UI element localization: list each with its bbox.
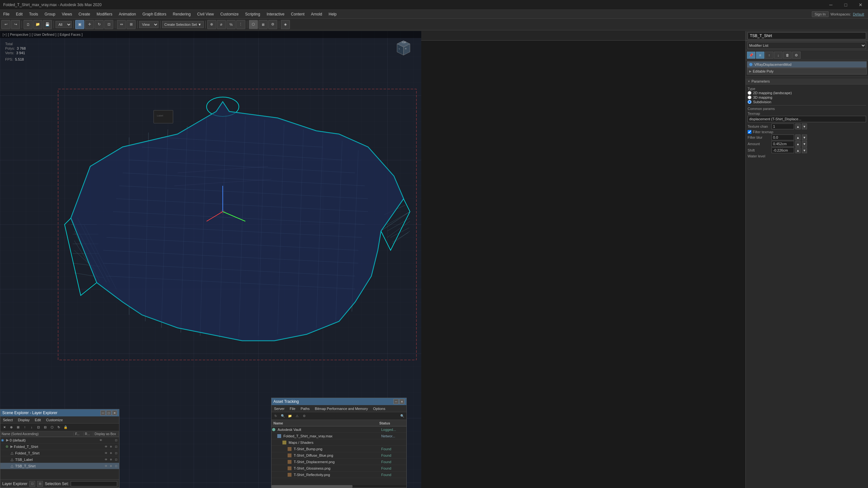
freeze-icon-group[interactable]: ❄ [109,445,113,449]
viewport-user-defined[interactable]: [ User Defined ] [32,33,56,36]
workspace-value[interactable]: Default [853,12,864,16]
selection-set-input[interactable] [71,481,117,486]
close-button[interactable]: ✕ [853,0,868,10]
amount-down-btn[interactable]: ▼ [802,141,807,147]
menu-content[interactable]: Content [288,10,308,19]
render-button[interactable]: ⬡ [249,20,258,29]
at-scrollbar[interactable] [272,485,406,488]
viewport-plus-btn[interactable]: [+] [3,33,7,36]
menu-animation[interactable]: Animation [116,10,139,19]
eye-icon-group[interactable]: 👁 [104,445,108,449]
shift-up-btn[interactable]: ▲ [795,148,801,153]
viewport-edged-faces[interactable]: [ Edged Faces ] [58,33,83,36]
select-scale-button[interactable]: ⊡ [104,20,113,29]
modifier-pin-btn[interactable]: 📌 [747,52,755,59]
radio-subdivision[interactable]: Subdivision [748,100,866,104]
at-menu-server[interactable]: Server [272,405,287,412]
radio-2d-input[interactable] [748,91,751,95]
maximize-button[interactable]: □ [838,0,853,10]
se-delete-btn[interactable]: ✕ [1,424,8,430]
se-sync-btn[interactable]: ↻ [56,424,62,430]
parameters-section-header[interactable]: ▼ Parameters [746,78,868,85]
menu-rendering[interactable]: Rendering [169,10,194,19]
menu-interactive[interactable]: Interactive [264,10,288,19]
modifier-move-up-btn[interactable]: ↑ [765,52,773,59]
display-icon-mesh[interactable]: ⊡ [114,451,119,455]
menu-civil-view[interactable]: Civil View [194,10,217,19]
se-menu-edit[interactable]: Edit [32,416,43,423]
create-selection-set-button[interactable]: Create Selection Set ▼ [162,21,204,28]
menu-arnold[interactable]: Arnold [308,10,326,19]
material-editor-button[interactable]: ◈ [281,20,290,29]
se-add-btn[interactable]: ⊕ [8,424,14,430]
menu-modifiers[interactable]: Modifiers [93,10,116,19]
at-row-gloss[interactable]: T-Shirt_Glossiness.png Found [272,465,406,471]
radio-3d-input[interactable] [748,95,751,99]
at-close-btn[interactable]: ✕ [399,399,404,404]
view-dropdown[interactable]: View [139,21,158,28]
menu-edit[interactable]: Edit [12,10,26,19]
at-refresh-btn[interactable]: ↻ [273,413,279,419]
menu-tools[interactable]: Tools [26,10,41,19]
freeze-icon-mesh[interactable]: ❄ [109,451,113,455]
se-add-layer-btn[interactable]: ⊞ [15,424,21,430]
se-collapse-btn[interactable]: ⊟ [42,424,49,430]
at-menu-file[interactable]: File [287,405,298,412]
display-icon-group[interactable]: ⊡ [114,445,119,449]
freeze-icon-tsb-shirt[interactable]: ❄ [109,464,113,468]
object-name-input[interactable] [748,32,866,39]
sign-in-button[interactable]: Sign In [812,11,829,17]
at-row-bump[interactable]: T-Shirt_Bump.png Found [272,446,406,452]
display-icon-tsb[interactable]: ⊡ [114,457,119,462]
undo-button[interactable]: ↩ [1,20,10,29]
modifier-list-dropdown[interactable]: Modifier List [748,42,866,49]
texture-chan-down-btn[interactable]: ▼ [802,124,807,129]
select-filter-dropdown[interactable]: All [56,21,72,28]
scene-explorer-maximize-btn[interactable]: □ [106,410,112,416]
filter-texmap-checkbox[interactable] [748,130,751,134]
se-menu-customize[interactable]: Customize [43,416,65,423]
at-menu-bitmap[interactable]: Bitmap Performance and Memory [312,405,370,412]
eye-icon-mesh[interactable]: 👁 [104,451,108,455]
menu-create[interactable]: Create [75,10,93,19]
align-button[interactable]: ⊞ [127,20,135,29]
at-minimize-btn[interactable]: ─ [394,399,399,404]
at-menu-options[interactable]: Options [371,405,388,412]
texture-chan-up-btn[interactable]: ▲ [795,124,801,129]
se-row-folded-tshirt-mesh[interactable]: △ Folded_T_Shirt 👁 ❄ ⊡ [0,450,119,456]
at-row-maps[interactable]: Maps / Shaders [272,439,406,446]
radio-3d-mapping[interactable]: 3D mapping [748,95,866,99]
radio-2d-mapping[interactable]: 2D mapping (landscape) [748,91,866,95]
viewport-perspective[interactable]: [ Perspective ] [8,33,31,36]
save-button[interactable]: 💾 [43,20,52,29]
spinner-snap-button[interactable]: ⋮ [236,20,245,29]
at-row-max-file[interactable]: Folded_T_Shirt_max_vray.max Networ... [272,433,406,439]
eye-icon-tsb[interactable]: 👁 [104,457,108,462]
se-menu-select[interactable]: Select [0,416,16,423]
snap-toggle-button[interactable]: ⊕ [207,20,216,29]
menu-help[interactable]: Help [326,10,340,19]
select-rotate-button[interactable]: ↻ [95,20,104,29]
percent-snap-button[interactable]: % [226,20,236,29]
at-row-displacement[interactable]: T-Shirt_Displacement.png Found [272,459,406,465]
select-object-button[interactable]: ▣ [75,20,84,29]
open-button[interactable]: 📁 [33,20,42,29]
se-menu-display[interactable]: Display [16,416,32,423]
se-row-tsb-tshirt[interactable]: △ TSB_T_Shirt 👁 ❄ ⊡ [0,463,119,469]
amount-up-btn[interactable]: ▲ [795,141,801,147]
filter-blur-down-btn[interactable]: ▼ [802,134,807,140]
modifier-delete-btn[interactable]: 🗑 [783,52,792,59]
nav-cube[interactable]: TOP R L [392,37,415,60]
texture-chan-input[interactable] [772,124,794,129]
amount-input[interactable] [772,141,794,147]
angle-snap-button[interactable]: ⌀ [217,20,226,29]
eye-icon-tsb-shirt[interactable]: 👁 [104,464,108,468]
se-expand-btn[interactable]: ⊡ [35,424,42,430]
se-highlight-btn[interactable]: ⬡ [49,424,55,430]
at-row-vault[interactable]: Autodesk Vault Logged... [272,426,406,433]
at-missing-btn[interactable]: ⚠ [294,413,300,419]
modifier-vray-displacement[interactable]: VRayDisplacementMod [747,61,867,68]
at-find-btn[interactable]: 🔍 [280,413,286,419]
se-move-down-btn[interactable]: ↓ [28,424,35,430]
freeze-icon-tsb[interactable]: ❄ [109,457,113,462]
